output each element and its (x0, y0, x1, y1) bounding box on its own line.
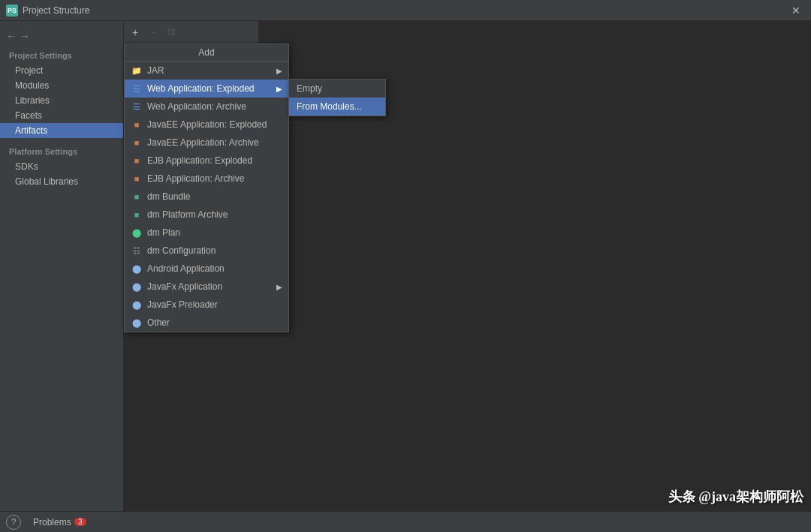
status-bar: ? Problems 3 (0, 511, 811, 532)
menu-item-dm-configuration[interactable]: ☷ dm Configuration (125, 242, 288, 260)
dm-config-icon: ☷ (131, 245, 143, 257)
submenu-arrow-javafx: ▶ (276, 283, 282, 291)
add-button[interactable]: + (127, 24, 143, 41)
menu-item-javafx-label: JavaFx Application (147, 281, 222, 292)
submenu-from-modules-label: From Modules... (297, 101, 362, 112)
submenu-arrow-jar: ▶ (276, 67, 282, 75)
dm-platform-icon: ■ (131, 209, 143, 221)
menu-item-ejb-exploded[interactable]: ■ EJB Application: Exploded (125, 152, 288, 170)
web-exploded-icon: ☰ (131, 83, 143, 95)
sidebar-item-modules[interactable]: Modules (0, 78, 123, 93)
sidebar-item-libraries[interactable]: Libraries (0, 93, 123, 108)
project-settings-title: Project Settings (0, 48, 123, 63)
title-bar: PS Project Structure ✕ (0, 0, 811, 21)
help-button[interactable]: ? (6, 515, 21, 530)
close-button[interactable]: ✕ (787, 3, 805, 18)
javafx-preloader-icon: ⬤ (131, 299, 143, 311)
menu-item-javafx-application[interactable]: ⬤ JavaFx Application ▶ (125, 278, 288, 296)
content-split: + − ⧉ Add 📁 JAR ▶ (124, 21, 811, 511)
menu-item-javaee-exploded[interactable]: ■ JavaEE Application: Exploded (125, 116, 288, 134)
forward-button[interactable]: → (20, 30, 30, 42)
web-exploded-submenu: Empty From Modules... (288, 79, 386, 116)
ejb-archive-icon: ■ (131, 173, 143, 185)
menu-item-javaee-archive-label: JavaEE Application: Archive (147, 137, 259, 148)
app-icon: PS (6, 5, 18, 17)
submenu-arrow-web: ▶ (276, 85, 282, 93)
submenu-item-empty[interactable]: Empty (289, 80, 385, 98)
copy-button[interactable]: ⧉ (163, 24, 179, 41)
menu-item-android-label: Android Application (147, 263, 225, 274)
status-bar-left: ? Problems 3 (6, 515, 92, 530)
menu-item-dm-bundle[interactable]: ■ dm Bundle (125, 188, 288, 206)
menu-item-other[interactable]: ⬤ Other (125, 314, 288, 332)
menu-item-web-app-archive[interactable]: ☰ Web Application: Archive (125, 98, 288, 116)
platform-settings-title: Platform Settings (0, 144, 123, 159)
dm-plan-icon: ⬤ (131, 227, 143, 239)
web-archive-icon: ☰ (131, 101, 143, 113)
remove-button[interactable]: − (145, 24, 161, 41)
dm-bundle-icon: ■ (131, 191, 143, 203)
watermark: 头条 @java架构师阿松 (668, 488, 803, 506)
menu-item-web-archive-label: Web Application: Archive (147, 101, 246, 112)
add-dropdown: Add 📁 JAR ▶ ☰ Web Application: Exploded … (124, 44, 289, 332)
menu-item-javafx-preloader[interactable]: ⬤ JavaFx Preloader (125, 296, 288, 314)
left-panel: + − ⧉ Add 📁 JAR ▶ (124, 21, 259, 511)
window-title: Project Structure (23, 5, 787, 16)
menu-item-ejb-exploded-label: EJB Application: Exploded (147, 155, 252, 166)
sidebar-item-sdks[interactable]: SDKs (0, 159, 123, 174)
javafx-icon: ⬤ (131, 281, 143, 293)
javaee-archive-icon: ■ (131, 137, 143, 149)
ejb-exploded-icon: ■ (131, 155, 143, 167)
submenu-item-from-modules[interactable]: From Modules... (289, 98, 385, 116)
menu-item-javafx-preloader-label: JavaFx Preloader (147, 299, 218, 310)
menu-item-web-app-exploded[interactable]: ☰ Web Application: Exploded ▶ Empty From… (125, 80, 288, 98)
menu-item-dm-plan-label: dm Plan (147, 227, 180, 238)
menu-item-dm-platform-label: dm Platform Archive (147, 209, 228, 220)
problems-tab[interactable]: Problems 3 (27, 515, 92, 529)
submenu-empty-label: Empty (297, 83, 322, 94)
menu-item-javaee-exploded-label: JavaEE Application: Exploded (147, 119, 267, 130)
menu-item-dm-config-label: dm Configuration (147, 245, 216, 256)
menu-item-javaee-archive[interactable]: ■ JavaEE Application: Archive (125, 134, 288, 152)
menu-item-other-label: Other (147, 317, 170, 328)
menu-item-dm-bundle-label: dm Bundle (147, 191, 190, 202)
sidebar-item-artifacts[interactable]: Artifacts (0, 123, 123, 138)
sidebar: ← → Project Settings Project Modules Lib… (0, 21, 124, 511)
menu-item-jar-label: JAR (147, 65, 164, 76)
jar-icon: 📁 (131, 65, 143, 77)
javaee-exploded-icon: ■ (131, 119, 143, 131)
sidebar-item-global-libraries[interactable]: Global Libraries (0, 174, 123, 189)
problems-label: Problems (33, 517, 71, 527)
sidebar-item-project[interactable]: Project (0, 63, 123, 78)
sidebar-item-facets[interactable]: Facets (0, 108, 123, 123)
menu-item-web-exploded-label: Web Application: Exploded (147, 83, 255, 94)
main-container: ← → Project Settings Project Modules Lib… (0, 21, 811, 511)
menu-item-ejb-archive-label: EJB Application: Archive (147, 173, 244, 184)
dropdown-header: Add (125, 44, 288, 62)
menu-item-dm-plan[interactable]: ⬤ dm Plan (125, 224, 288, 242)
content-area: + − ⧉ Add 📁 JAR ▶ (124, 21, 811, 511)
menu-item-ejb-archive[interactable]: ■ EJB Application: Archive (125, 170, 288, 188)
menu-item-jar[interactable]: 📁 JAR ▶ (125, 62, 288, 80)
menu-item-dm-platform-archive[interactable]: ■ dm Platform Archive (125, 206, 288, 224)
menu-item-android-application[interactable]: ⬤ Android Application (125, 260, 288, 278)
android-icon: ⬤ (131, 263, 143, 275)
problems-badge: 3 (74, 518, 86, 526)
back-button[interactable]: ← (6, 30, 17, 42)
artifacts-toolbar: + − ⧉ (124, 21, 258, 44)
other-icon: ⬤ (131, 317, 143, 329)
